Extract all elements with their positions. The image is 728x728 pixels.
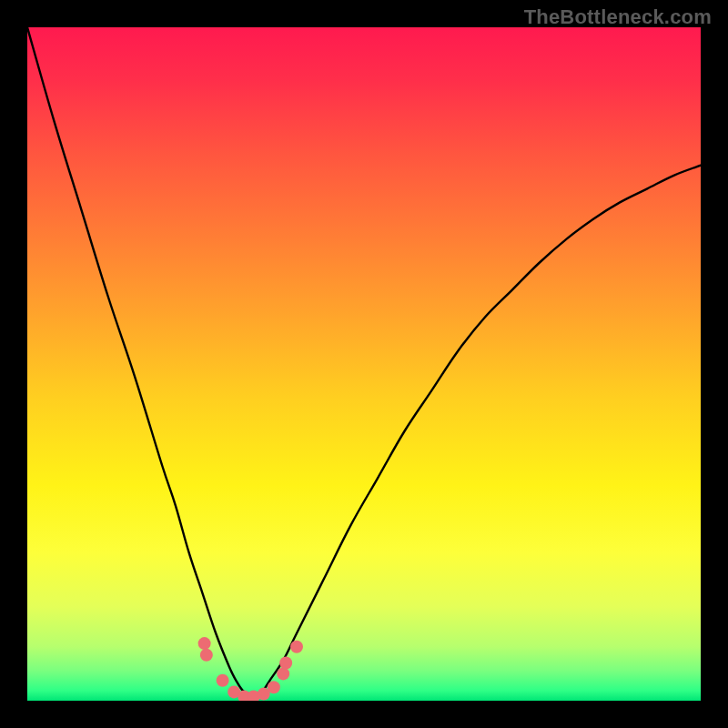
outer-frame: TheBottleneck.com: [0, 0, 728, 728]
plot-area: [27, 27, 701, 701]
chart-svg: [27, 27, 701, 701]
watermark-text: TheBottleneck.com: [524, 5, 712, 29]
curve-marker: [268, 681, 280, 693]
curve-marker: [277, 667, 289, 680]
curve-marker: [290, 641, 303, 653]
gradient-background: [27, 27, 701, 701]
curve-marker: [198, 637, 211, 650]
curve-marker: [217, 674, 229, 687]
curve-marker: [279, 657, 292, 670]
curve-marker: [200, 649, 213, 662]
